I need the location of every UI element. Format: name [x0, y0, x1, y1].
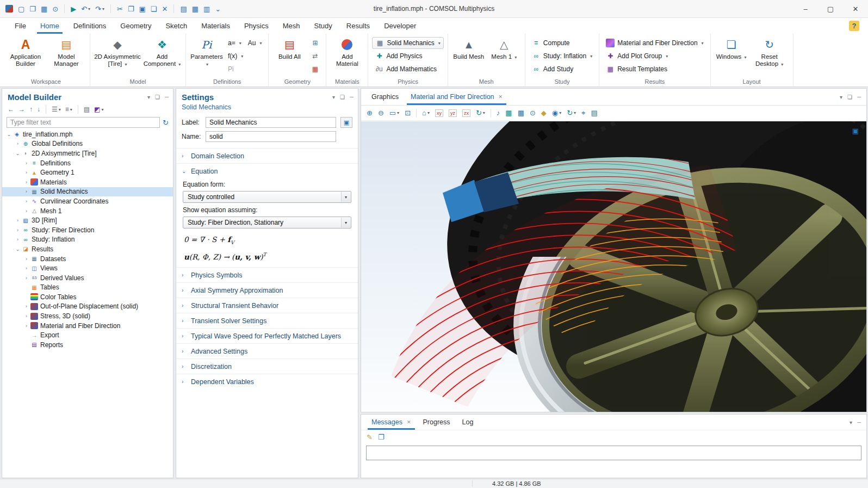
update-plot-icon[interactable]: ↻▾	[567, 109, 576, 117]
filter-input[interactable]	[7, 117, 160, 128]
minimize-button[interactable]: –	[793, 0, 818, 17]
tree-item-definitions[interactable]: › ≡ Definitions	[2, 158, 173, 168]
chevron-right-icon[interactable]: ›	[23, 170, 30, 175]
tree-item-results[interactable]: ⌄ ◪ Results	[2, 244, 173, 254]
export-geometry-button[interactable]: ▦	[308, 63, 322, 75]
parameters-button[interactable]: Pi Parameters ▾	[190, 35, 224, 68]
tree-item-stress-3d[interactable]: › Stress, 3D (solid)	[2, 311, 173, 321]
cut-icon[interactable]: ✂	[117, 5, 123, 13]
sound-icon[interactable]: ♪	[497, 109, 500, 117]
panel-float-icon[interactable]: ❏	[155, 94, 160, 100]
plot-tools-overlay-icon[interactable]: ▣	[852, 127, 859, 135]
panel-float-icon[interactable]: ❏	[847, 94, 852, 100]
panel-menu-icon[interactable]: ▾	[147, 94, 150, 100]
application-builder-button[interactable]: A Application Builder	[6, 35, 45, 67]
reset-view-icon[interactable]: ↻▾	[476, 109, 485, 117]
tab-physics[interactable]: Physics	[237, 18, 276, 34]
tree-item-root[interactable]: ⌄ ◈ tire_inflation.mph	[2, 129, 173, 139]
customize-qat-icon[interactable]: ⌄	[215, 5, 221, 13]
equation-form-select[interactable]: Study controlled ▾	[183, 191, 351, 203]
tree-item-material-and-fiber-direction[interactable]: › Material and Fiber Direction	[2, 321, 173, 331]
move-down-icon[interactable]: ↓	[37, 106, 40, 113]
chevron-down-icon[interactable]: ⌄	[14, 151, 21, 156]
maximize-button[interactable]: ▢	[818, 0, 843, 17]
move-up-icon[interactable]: ↑	[29, 106, 33, 113]
section-transient-solver-settings[interactable]: › Transient Solver Settings	[176, 313, 358, 328]
physics-interface-select[interactable]: ▦ Solid Mechanics▾	[372, 37, 443, 49]
yz-view-icon[interactable]: yz	[449, 109, 457, 117]
section-structural-transient-behavior[interactable]: › Structural Transient Behavior	[176, 298, 358, 313]
section-axial-symmetry-approximation[interactable]: › Axial Symmetry Approximation	[176, 282, 358, 298]
play-icon[interactable]: ▶	[71, 5, 76, 13]
chevron-right-icon[interactable]: ›	[23, 208, 30, 214]
panel-menu-icon[interactable]: ▾	[840, 94, 842, 100]
close-button[interactable]: ✕	[843, 0, 868, 17]
table-icon[interactable]: ▦	[192, 5, 199, 13]
panel-collapse-icon[interactable]: ─	[857, 94, 861, 100]
tree-item-global-definitions[interactable]: › ⊕ Global Definitions	[2, 139, 173, 149]
show-options-icon[interactable]: ◩▾	[94, 106, 103, 113]
tree-item-datasets[interactable]: › ▦ Datasets	[2, 254, 173, 264]
tree-item-reports[interactable]: ▤ Reports	[2, 340, 173, 350]
tree-item-mesh-1[interactable]: › △ Mesh 1	[2, 206, 173, 216]
tab-messages[interactable]: Messages ✕	[365, 415, 417, 430]
tree-item-export[interactable]: → Export	[2, 330, 173, 340]
study-select-button[interactable]: ∞ Study: Inflation▾	[529, 50, 595, 62]
scene-light-icon[interactable]: ◉▾	[552, 109, 561, 117]
report-icon[interactable]: ▥	[203, 5, 210, 13]
label-input[interactable]	[206, 117, 336, 128]
tab-file[interactable]: File	[8, 18, 33, 34]
refresh-icon[interactable]: ↻	[163, 119, 169, 127]
import-geometry-button[interactable]: ⊞	[308, 37, 322, 49]
chevron-right-icon[interactable]: ›	[23, 313, 30, 319]
tree-item-study-fiber-direction[interactable]: › ∞ Study: Fiber Direction	[2, 225, 173, 235]
chevron-right-icon[interactable]: ›	[23, 180, 30, 185]
chevron-down-icon[interactable]: ⌄	[14, 246, 21, 252]
tree-item-derived-values[interactable]: › 8.5 Derived Values	[2, 273, 173, 283]
delete-icon[interactable]: ✕	[162, 5, 168, 13]
zoom-box-icon[interactable]: ▭▾	[389, 109, 399, 117]
reset-desktop-button[interactable]: ↻ Reset Desktop ▾	[750, 35, 789, 68]
chevron-right-icon[interactable]: ›	[23, 199, 30, 204]
tab-results[interactable]: Results	[339, 18, 377, 34]
tab-definitions[interactable]: Definitions	[66, 18, 114, 34]
name-input[interactable]	[206, 131, 336, 142]
tab-mesh[interactable]: Mesh	[276, 18, 307, 34]
show-equation-assuming-select[interactable]: Study: Fiber Direction, Stationary ▾	[183, 217, 351, 228]
compute-button[interactable]: = Compute	[529, 37, 595, 49]
section-typical-wave-speed[interactable]: › Typical Wave Speed for Perfectly Match…	[176, 328, 358, 343]
print-icon[interactable]: ▤	[591, 109, 597, 117]
copy-icon[interactable]: ❐	[128, 5, 134, 13]
chevron-right-icon[interactable]: ›	[23, 275, 30, 281]
add-material-button[interactable]: Add Material	[330, 35, 364, 67]
tab-geometry[interactable]: Geometry	[113, 18, 158, 34]
variables-button[interactable]: a=▾	[225, 37, 244, 49]
back-icon[interactable]: ←	[8, 106, 14, 113]
section-discretization[interactable]: › Discretization	[176, 359, 358, 374]
chevron-right-icon[interactable]: ›	[23, 160, 30, 166]
xy-view-icon[interactable]: xy	[435, 109, 443, 117]
tab-study[interactable]: Study	[307, 18, 339, 34]
build-mesh-button[interactable]: ▲ Build Mesh	[452, 35, 486, 60]
zoom-in-icon[interactable]: ⊕	[367, 109, 373, 117]
messages-output-field[interactable]	[366, 446, 861, 460]
axisymmetric-component-button[interactable]: ◆ 2D Axisymmetric [Tire] ▾	[94, 35, 141, 68]
result-templates-button[interactable]: ▦ Result Templates	[603, 63, 706, 75]
graphics-canvas[interactable]: ▣	[361, 121, 866, 412]
model-manager-button[interactable]: ▤ Model Manager	[47, 35, 86, 67]
insert-sequence-button[interactable]: ⇄	[308, 50, 322, 62]
tree-item-out-of-plane-displacement[interactable]: › Out-of-Plane Displacement (solid)	[2, 302, 173, 312]
tab-progress[interactable]: Progress	[417, 415, 456, 430]
tree-item-materials[interactable]: › Materials	[2, 177, 173, 187]
tab-materials[interactable]: Materials	[194, 18, 237, 34]
panel-collapse-icon[interactable]: ─	[165, 94, 169, 100]
chevron-right-icon[interactable]: ›	[23, 323, 30, 329]
new-file-icon[interactable]: ▢	[18, 5, 24, 13]
default-view-icon[interactable]: ⌂▾	[422, 109, 430, 117]
find-icon[interactable]: ⊙	[52, 5, 58, 13]
tab-graphics-window[interactable]: Graphics	[365, 89, 405, 105]
section-physics-symbols[interactable]: › Physics Symbols	[176, 267, 358, 282]
section-domain-selection[interactable]: › Domain Selection	[176, 148, 358, 163]
tree-item-2d-axisymmetric[interactable]: ⌄ ◗ 2D Axisymmetric [Tire]	[2, 149, 173, 158]
chevron-right-icon[interactable]: ›	[23, 189, 30, 194]
